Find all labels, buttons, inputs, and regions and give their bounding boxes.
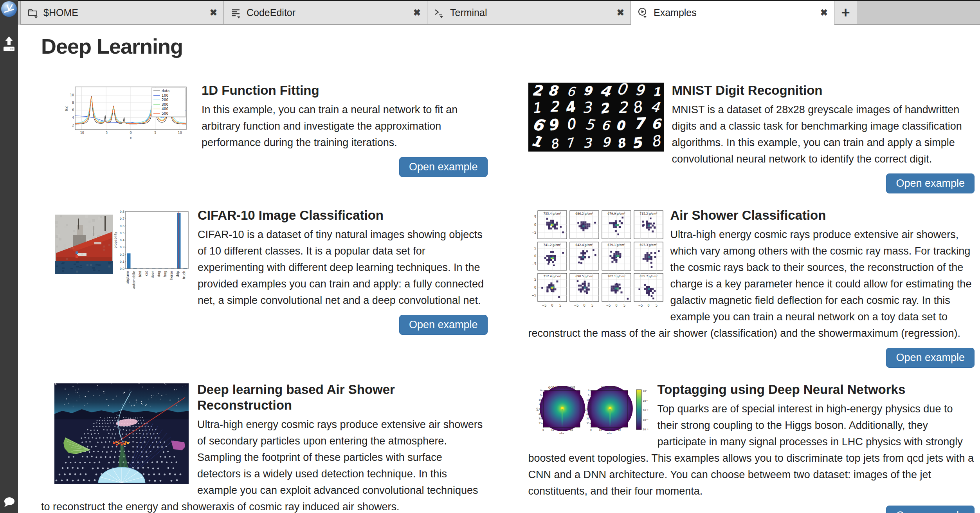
- tab-terminal[interactable]: Terminal ✖: [427, 1, 631, 25]
- svg-text:frog: frog: [164, 271, 167, 277]
- svg-text:0.2: 0.2: [120, 253, 124, 256]
- upload-icon[interactable]: [2, 36, 16, 54]
- example-card-airshower-classification: 755.4 g/cm²50−5686.2 g/cm²679.9 g/cm²715…: [528, 208, 975, 368]
- svg-text:35: 35: [539, 422, 542, 424]
- svg-text:9: 9: [583, 83, 593, 98]
- svg-text:5: 5: [559, 304, 561, 307]
- svg-text:phi: phi: [536, 407, 539, 411]
- svg-text:25: 25: [539, 412, 542, 415]
- chat-icon[interactable]: [0, 497, 18, 508]
- caret-down-icon: [34, 16, 38, 18]
- tab-code-editor[interactable]: CodeEditor ✖: [224, 1, 427, 25]
- svg-text:0.7: 0.7: [120, 217, 124, 220]
- tab-close-icon[interactable]: ✖: [617, 7, 624, 18]
- svg-text:10⁻³: 10⁻³: [643, 419, 649, 422]
- svg-text:10: 10: [178, 131, 182, 135]
- svg-text:-5: -5: [104, 131, 108, 135]
- svg-text:25: 25: [586, 412, 589, 415]
- svg-text:-10: -10: [79, 131, 84, 135]
- open-example-button[interactable]: Open example: [886, 506, 975, 513]
- folder-icon: [27, 7, 39, 19]
- tab-examples[interactable]: Examples ✖: [631, 1, 834, 25]
- svg-text:2: 2: [617, 99, 629, 117]
- svg-text:10: 10: [539, 398, 542, 401]
- svg-text:5: 5: [534, 215, 536, 219]
- svg-text:4: 4: [72, 116, 74, 119]
- svg-text:−5: −5: [606, 304, 611, 307]
- svg-text:30: 30: [586, 417, 589, 420]
- svg-text:10: 10: [586, 398, 589, 401]
- svg-text:5: 5: [540, 394, 542, 396]
- vispa-logo: [1, 1, 17, 17]
- svg-text:0: 0: [534, 223, 536, 227]
- svg-text:−5: −5: [574, 304, 578, 307]
- caret-down-icon: [440, 16, 443, 18]
- svg-text:phi: phi: [584, 407, 587, 411]
- svg-text:0: 0: [551, 304, 553, 307]
- svg-text:0: 0: [130, 131, 132, 135]
- svg-text:truck: truck: [182, 271, 186, 279]
- svg-text:30: 30: [570, 428, 573, 431]
- examples-page: Deep Learning -10-50510246810xf(x)data10…: [18, 25, 980, 513]
- svg-text:30: 30: [539, 417, 542, 420]
- svg-text:500: 500: [162, 112, 168, 116]
- svg-text:eta: eta: [559, 432, 564, 435]
- svg-text:−5: −5: [531, 294, 536, 297]
- svg-text:−5: −5: [542, 304, 546, 307]
- new-tab-button[interactable]: +: [834, 1, 857, 25]
- open-example-button[interactable]: Open example: [399, 315, 488, 335]
- open-example-button[interactable]: Open example: [886, 173, 975, 193]
- svg-text:20: 20: [586, 408, 589, 410]
- svg-text:bird: bird: [139, 271, 142, 277]
- svg-text:−5: −5: [638, 304, 643, 307]
- svg-text:10⁻¹: 10⁻¹: [643, 399, 649, 403]
- svg-text:cat: cat: [145, 271, 148, 276]
- function-fit-thumbnail: -10-50510246810xf(x)data100200300400500: [65, 85, 188, 145]
- caret-down-icon: [643, 16, 647, 18]
- open-example-button[interactable]: Open example: [886, 348, 975, 368]
- svg-text:0: 0: [534, 286, 536, 289]
- svg-text:9: 9: [602, 135, 611, 150]
- main-area: $HOME ✖ CodeEditor ✖ Terminal ✖: [18, 0, 980, 513]
- svg-text:1: 1: [531, 100, 542, 116]
- svg-text:0: 0: [542, 428, 544, 431]
- toptagging-thumbnail: qcd background051015202530350102030etaph…: [536, 384, 650, 441]
- svg-text:10: 10: [70, 94, 74, 97]
- svg-text:5: 5: [591, 304, 593, 307]
- svg-text:0.6: 0.6: [120, 224, 124, 228]
- tab-close-icon[interactable]: ✖: [820, 7, 828, 18]
- svg-text:697.3 g/cm²: 697.3 g/cm²: [640, 243, 658, 247]
- svg-text:10⁻⁴: 10⁻⁴: [643, 428, 649, 431]
- tab-label: Examples: [654, 7, 697, 18]
- svg-text:0.8: 0.8: [120, 210, 124, 213]
- svg-text:5: 5: [623, 304, 625, 307]
- svg-text:0: 0: [647, 304, 649, 307]
- tab-close-icon[interactable]: ✖: [210, 7, 217, 18]
- tab-close-icon[interactable]: ✖: [413, 7, 421, 18]
- mnist-thumbnail: 28694091124322846905607618739858: [528, 83, 664, 156]
- page-title: Deep Learning: [41, 34, 975, 58]
- tab-bar: $HOME ✖ CodeEditor ✖ Terminal ✖: [18, 0, 980, 25]
- svg-text:5: 5: [656, 304, 658, 307]
- open-example-button[interactable]: Open example: [399, 157, 488, 177]
- svg-text:6: 6: [651, 116, 662, 132]
- tab-home[interactable]: $HOME ✖: [20, 1, 224, 25]
- svg-text:20: 20: [560, 428, 564, 431]
- svg-text:655.7 g/cm²: 655.7 g/cm²: [640, 275, 658, 278]
- svg-text:5: 5: [154, 131, 156, 135]
- svg-text:10: 10: [599, 428, 602, 431]
- terminal-prompt-icon: [434, 7, 445, 19]
- svg-text:642.4 g/cm²: 642.4 g/cm²: [575, 243, 593, 247]
- svg-text:automobile: automobile: [132, 271, 136, 289]
- svg-text:0: 0: [583, 304, 585, 307]
- app-window: $HOME ✖ CodeEditor ✖ Terminal ✖: [0, 0, 980, 513]
- tab-label: CodeEditor: [247, 7, 295, 18]
- example-card-toptagging: qcd background051015202530350102030etaph…: [528, 382, 975, 513]
- tab-label: $HOME: [43, 7, 78, 18]
- svg-text:f(x): f(x): [65, 106, 68, 111]
- svg-text:100: 100: [162, 94, 168, 98]
- svg-text:eta: eta: [607, 432, 611, 435]
- svg-text:15: 15: [586, 403, 589, 406]
- svg-text:690.5 g/cm²: 690.5 g/cm²: [575, 275, 593, 278]
- svg-text:deer: deer: [151, 271, 155, 278]
